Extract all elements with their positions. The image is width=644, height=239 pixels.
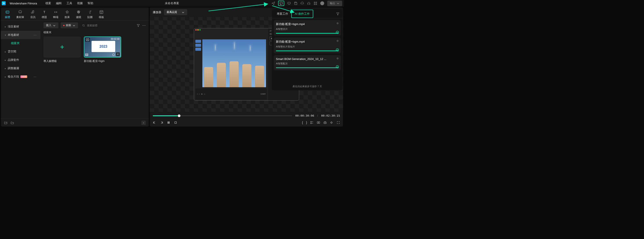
quality-dropdown[interactable]: 最高品質: [164, 9, 187, 15]
clip-type-icon: [85, 38, 90, 42]
sidebar-item-brand[interactable]: ▸品牌套件: [1, 56, 40, 64]
audio-icon: [30, 10, 35, 15]
filter-icon[interactable]: [136, 24, 140, 27]
time-current: 00:00:30:06: [295, 114, 314, 117]
svg-point-36: [325, 122, 326, 123]
folder-icon[interactable]: [10, 121, 14, 125]
scrubber-handle[interactable]: [178, 114, 180, 117]
ai-panel-footer: 產生的結果最多可儲存 7 天: [272, 85, 343, 88]
gear-icon[interactable]: [336, 57, 339, 60]
svg-text:T: T: [44, 10, 46, 14]
templates-icon: [99, 10, 104, 15]
search-input[interactable]: [87, 24, 132, 27]
svg-point-10: [20, 12, 20, 12]
menu-view[interactable]: 視圖: [77, 1, 83, 5]
time-total: 00:02:30:15: [321, 114, 340, 117]
user-avatar[interactable]: [320, 1, 324, 5]
tasks-icon[interactable]: [278, 1, 284, 6]
check-icon: [336, 31, 339, 34]
menu-edit[interactable]: 編輯: [56, 1, 62, 5]
task-item[interactable]: 新功能-配音+bgm.mp4 AI智慧长片剪短片: [274, 38, 341, 53]
volume-icon[interactable]: [330, 121, 334, 124]
menu-tools[interactable]: 工具: [66, 1, 72, 5]
export-button[interactable]: 輸出: [327, 1, 342, 6]
sidebar-item-project[interactable]: ▸項目素材: [1, 23, 40, 31]
svg-rect-21: [86, 54, 88, 56]
svg-rect-35: [324, 122, 326, 124]
menu-file[interactable]: 檔案: [46, 1, 51, 5]
mark-out-icon[interactable]: }: [306, 121, 307, 124]
import-card[interactable]: + 導入媒體檔: [44, 37, 81, 63]
prev-frame-icon[interactable]: [153, 121, 156, 124]
tab-templates[interactable]: 模板: [99, 10, 104, 19]
headphones-icon[interactable]: [307, 2, 310, 5]
section-label: 檔案夾: [44, 31, 146, 34]
task-subtitle: AI智慧长片剪短片: [276, 45, 339, 48]
more-icon[interactable]: ⋯: [142, 23, 146, 28]
import-caption: 導入媒體檔: [44, 59, 81, 63]
svg-rect-34: [319, 122, 320, 123]
media-clip[interactable]: 2023 00:02:30 + 新功能-配音+bgm: [84, 37, 121, 63]
player-controls: { }: [150, 120, 343, 127]
scrubber[interactable]: [153, 115, 292, 116]
pause-icon[interactable]: [167, 121, 170, 124]
fullscreen-icon[interactable]: [336, 121, 340, 124]
sidebar-item-adjust[interactable]: ▸調整圖層: [1, 64, 40, 73]
tab-transitions[interactable]: 轉場: [53, 10, 58, 19]
filter-icon[interactable]: [335, 11, 341, 17]
titlebar: Wondershare Filmora 檔案 編輯 工具 視圖 幫助 未命名專案…: [0, 0, 344, 7]
media-sidebar: ▸項目素材 ▾本地素材⋯ 檔案夾 ▸雲空間 ▸品牌套件 ▸調整圖層 ▸複合片段N…: [1, 21, 40, 119]
tab-titles[interactable]: T標題: [42, 10, 47, 19]
monitor-icon[interactable]: [287, 2, 291, 5]
svg-rect-30: [310, 123, 312, 124]
chevron-right-icon: ▸: [5, 76, 6, 78]
tab-stickers[interactable]: 貼圖: [87, 10, 93, 19]
sidebar-item-cloud[interactable]: ▸雲空間: [1, 48, 40, 56]
app-title: Wondershare Filmora: [10, 2, 37, 5]
compare-icon[interactable]: [317, 121, 320, 124]
new-folder-icon[interactable]: +: [4, 121, 8, 125]
gear-icon[interactable]: [336, 39, 339, 42]
svg-rect-26: [168, 121, 168, 124]
next-frame-icon[interactable]: [160, 121, 163, 124]
chevron-right-icon: ▸: [5, 59, 6, 61]
plus-icon: +: [60, 43, 64, 51]
task-item[interactable]: Smart BGM Generation_2024_10_12 ... AI智慧…: [274, 55, 341, 70]
snapshot-icon[interactable]: [323, 121, 327, 124]
send-icon[interactable]: [272, 2, 275, 5]
tab-ai-tasks[interactable]: AI 創作工作: [291, 10, 313, 18]
tab-project-tasks[interactable]: 專案工作: [274, 10, 291, 18]
more-icon[interactable]: ⋯: [34, 75, 36, 78]
task-subtitle: AI智慧切片: [276, 28, 339, 31]
task-subtitle: AI智慧配乐: [276, 62, 339, 65]
app-logo-icon: [2, 1, 6, 5]
tab-audio[interactable]: 音訊: [30, 10, 36, 19]
stop-icon[interactable]: [174, 121, 177, 124]
tab-media[interactable]: 媒體: [5, 10, 10, 19]
import-dropdown[interactable]: 匯入: [44, 23, 58, 28]
mark-in-icon[interactable]: {: [302, 121, 303, 124]
chevron-right-icon: ▸: [5, 26, 6, 28]
clip-list-icon[interactable]: [310, 121, 314, 124]
menu-help[interactable]: 幫助: [88, 1, 93, 5]
tab-effects[interactable]: 效果: [64, 10, 70, 19]
svg-point-37: [337, 23, 338, 24]
scrubber-bar: 00:00:30:06 / 00:02:30:15: [150, 112, 343, 120]
gear-icon[interactable]: [336, 22, 339, 25]
add-to-timeline-icon[interactable]: +: [116, 52, 120, 56]
record-dropdown[interactable]: 錄製: [60, 23, 78, 28]
task-progress: [276, 33, 339, 34]
task-item[interactable]: 新功能-配音+bgm.mp4 AI智慧切片: [274, 20, 341, 36]
link-icon[interactable]: [112, 53, 115, 56]
cloud-icon[interactable]: [300, 2, 304, 5]
more-icon[interactable]: ⋯: [34, 33, 36, 37]
collapse-sidebar-icon[interactable]: ‹: [141, 121, 146, 125]
sidebar-item-local[interactable]: ▾本地素材⋯: [1, 31, 40, 39]
grid-icon[interactable]: [314, 2, 317, 5]
sidebar-item-compound[interactable]: ▸複合片段NEW⋯: [1, 73, 40, 81]
check-icon: [336, 65, 339, 69]
tab-filters[interactable]: 濾鏡: [76, 10, 81, 19]
save-icon[interactable]: [294, 2, 298, 5]
sidebar-item-folder[interactable]: 檔案夾: [1, 39, 40, 48]
tab-stock[interactable]: 素材庫: [16, 10, 24, 19]
